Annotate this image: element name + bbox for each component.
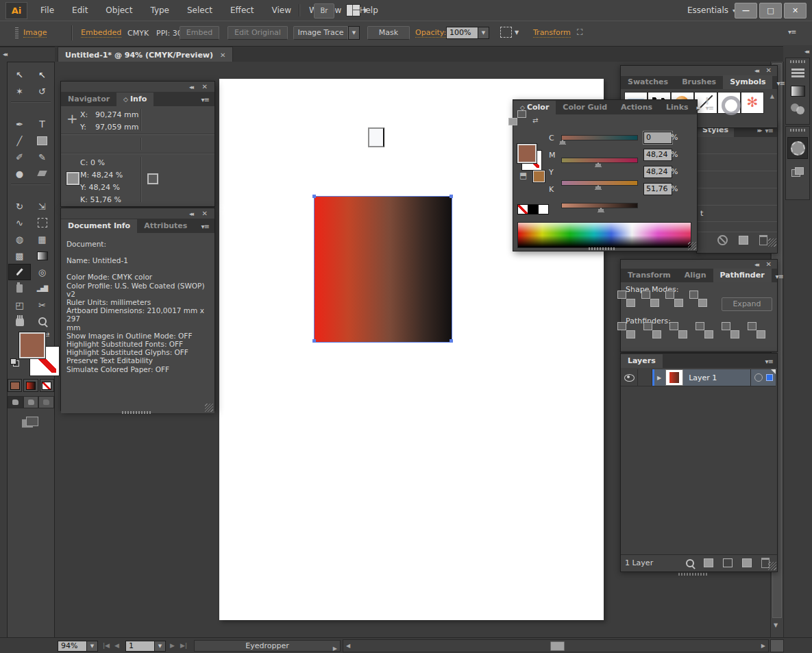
pathfinder-menu-icon[interactable]: ▾≡ [772, 271, 787, 282]
info-panel-menu-icon[interactable]: ▾≡ [196, 93, 214, 106]
new-layer-icon[interactable] [742, 558, 752, 567]
menu-item-file[interactable]: File [32, 0, 63, 21]
free-transform-tool[interactable] [31, 214, 53, 231]
mesh-tool[interactable]: ▩ [8, 247, 31, 264]
tab-symbols[interactable]: Symbols [723, 75, 772, 89]
expand-panels-icon[interactable]: ▸▸ [696, 101, 702, 114]
collapse-dock-icon[interactable]: ◂◂ [804, 48, 808, 55]
color-button[interactable] [8, 379, 22, 392]
resize-gripper[interactable] [768, 238, 776, 247]
opacity-link[interactable]: Opacity: [415, 28, 446, 38]
toolbar-collapse-icon[interactable]: ◂◂ [3, 51, 6, 58]
draw-inside-button[interactable] [38, 396, 54, 408]
tab-brushes[interactable]: Brushes [675, 75, 723, 89]
opacity-dropdown[interactable]: ▼ [478, 27, 489, 39]
delete-style-icon[interactable] [759, 235, 767, 245]
close-panel-icon[interactable]: ✕ [202, 210, 208, 217]
break-link-icon[interactable] [717, 235, 728, 245]
image-link[interactable]: Image [23, 28, 47, 38]
gamut-color-swatch[interactable] [533, 171, 545, 182]
status-tool-display[interactable]: Eyedropper ▶ [194, 640, 341, 652]
document-info-menu-icon[interactable]: ▾≡ [196, 220, 214, 233]
new-sublayer-icon[interactable] [723, 558, 733, 567]
layer-thumbnail[interactable] [665, 369, 683, 386]
cyan-slider-track[interactable] [561, 135, 638, 140]
isolate-selected-icon[interactable]: ⛶ [577, 27, 582, 37]
collapse-panel-icon[interactable]: ◂◂ [754, 67, 758, 74]
tab-info[interactable]: ◇Info [116, 93, 153, 106]
maximize-button[interactable]: □ [759, 3, 782, 19]
graphic-styles-panel-button[interactable] [786, 167, 809, 177]
pen-tool[interactable]: ✒ [8, 116, 31, 132]
expand-button[interactable]: Expand [722, 297, 772, 311]
yellow-value-field[interactable]: 48,24 [643, 166, 672, 178]
close-button[interactable]: ✕ [784, 3, 807, 19]
close-document-icon[interactable]: ✕ [220, 51, 225, 59]
bridge-button[interactable]: Br [314, 3, 334, 19]
dock-grip[interactable] [790, 129, 805, 132]
transform-link[interactable]: Transform [533, 28, 571, 38]
gradient-panel-button[interactable] [786, 86, 809, 97]
style-row[interactable] [697, 222, 777, 232]
tab-pathfinder[interactable]: Pathfinder [713, 269, 772, 282]
opacity-input[interactable]: 100% [446, 27, 480, 39]
prev-artboard-icon[interactable]: ◀ [114, 642, 119, 649]
expand-layer-icon[interactable]: ▶ [657, 375, 661, 381]
black-value-field[interactable]: 51,76 [643, 183, 672, 195]
stroke-panel-button[interactable] [786, 69, 809, 77]
gradient-button[interactable] [23, 379, 38, 392]
selection-indicator[interactable] [766, 374, 773, 381]
magic-wand-tool[interactable]: ✶ [8, 83, 31, 99]
embedded-link[interactable]: Embedded [81, 28, 121, 38]
scale-tool[interactable]: ⇲ [31, 198, 53, 214]
resize-gripper[interactable] [688, 242, 696, 250]
new-style-icon[interactable] [739, 236, 748, 245]
dock-grip[interactable] [790, 60, 805, 63]
layers-menu-icon[interactable]: ▾≡ [761, 355, 777, 368]
menu-item-edit[interactable]: Edit [63, 0, 97, 21]
scroll-up-icon[interactable]: ▲ [770, 93, 774, 99]
zoom-tool[interactable] [31, 313, 53, 330]
visibility-cell[interactable] [621, 369, 638, 386]
style-row[interactable] [697, 154, 777, 171]
selection-tool[interactable]: ↖ [8, 66, 31, 83]
selection-handle[interactable] [450, 195, 453, 198]
first-artboard-icon[interactable]: |◀ [103, 642, 110, 649]
symbol-sprayer-tool[interactable] [8, 280, 31, 297]
slice-tool[interactable]: ✂ [31, 297, 53, 313]
eraser-tool[interactable] [31, 165, 53, 182]
resize-gripper[interactable] [205, 404, 213, 412]
image-trace-dropdown[interactable]: ▼ [348, 26, 360, 40]
cyan-value-field[interactable]: 0 [643, 132, 672, 144]
tab-document-info[interactable]: Document Info [61, 219, 137, 233]
collapse-panel-icon[interactable]: ◂◂ [754, 261, 758, 268]
zoom-dropdown[interactable]: ▼ [86, 641, 98, 652]
tab-color-guide[interactable]: Color Guid [556, 101, 614, 114]
artboard-dropdown[interactable]: ▼ [154, 641, 166, 652]
black-slider-thumb[interactable] [598, 208, 604, 212]
perspective-grid-tool[interactable]: ▦ [31, 231, 53, 247]
width-tool[interactable]: ∿ [8, 214, 31, 231]
tab-actions[interactable]: Actions [614, 101, 659, 114]
next-artboard-icon[interactable]: ▶ [170, 642, 175, 649]
color-panel-menu-icon[interactable]: ‖ ▾≡ [702, 94, 719, 114]
tab-links[interactable]: Links [659, 101, 695, 114]
none-swatch[interactable] [517, 204, 528, 214]
fill-proxy-swatch[interactable] [517, 144, 537, 163]
tab-attributes[interactable]: Attributes [137, 219, 194, 233]
clipping-mask-icon[interactable] [704, 558, 713, 567]
gradient-tool[interactable] [31, 247, 53, 264]
minimize-button[interactable]: — [735, 3, 757, 19]
symbols-menu-icon[interactable]: ▾≡ [772, 77, 788, 89]
collapse-panel-icon[interactable]: ◂◂ [189, 210, 193, 217]
artboard-field[interactable]: 1 [125, 641, 158, 652]
style-row[interactable] [697, 171, 777, 188]
symbol-gray-wreath[interactable] [717, 92, 741, 114]
white-swatch[interactable] [538, 204, 549, 214]
document-tab[interactable]: Untitled-1* @ 94% (CMYK/Preview) ✕ [58, 47, 233, 62]
style-row[interactable] [697, 137, 777, 154]
target-circle-icon[interactable] [754, 373, 763, 382]
control-panel-menu-icon[interactable]: ▾≡ [788, 28, 796, 36]
symbol-daisy-flower[interactable]: ✻ [741, 92, 764, 114]
workspace-switcher[interactable]: Essentials ▾ [687, 0, 735, 21]
